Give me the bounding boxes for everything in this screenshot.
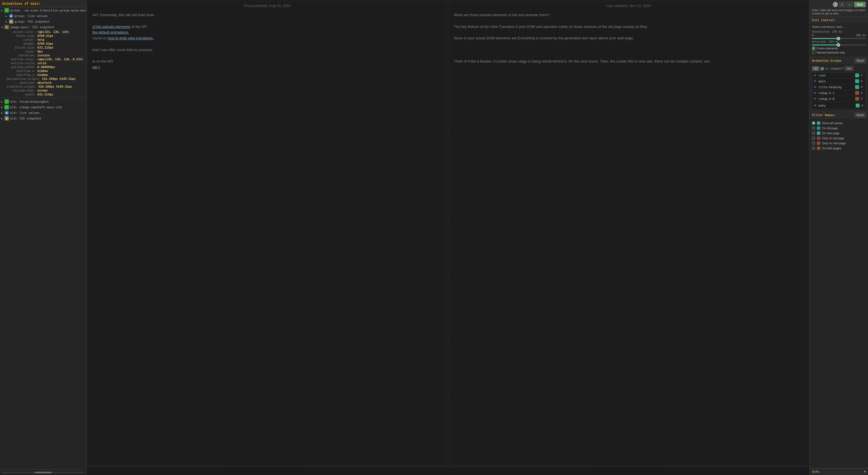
list-item[interactable]: 👁 vtbag-h-0 👁 [812, 96, 866, 102]
selected-label: Selected: 244 ms [812, 40, 839, 43]
frame-elements-row[interactable]: ✓ Frame elements [812, 46, 866, 50]
prop-overflow-y: overflow-y: hidden [0, 73, 86, 77]
prop-height: height: 8298.61px [0, 41, 86, 45]
radio-show-all[interactable] [812, 121, 815, 125]
list-item[interactable]: 👁 bsky ▼ [812, 102, 866, 109]
animation-groups-header: Animation Groups Reset [810, 57, 868, 64]
info-section: Info ▼ [810, 468, 868, 475]
selected-slider[interactable] [812, 44, 866, 45]
full-control-section: Full Control: Select animations, then … … [810, 17, 868, 57]
tag-new[interactable]: new [844, 66, 854, 71]
named-elements-row[interactable]: Named elements only [812, 51, 866, 54]
list-item[interactable]: 👁 root 👁 [812, 72, 866, 78]
prop-inset: inset: 0px [0, 50, 86, 53]
prop-perspective-origin: perspective-origin: 316.104px 4149.31px [0, 77, 86, 81]
tree-item-old-fwd[interactable]: ▶ ✓ old: forwardsSwingOut [0, 99, 86, 104]
slider-thumb[interactable] [837, 43, 840, 46]
list-item[interactable]: 👁 vtbag-h-1 👁 [812, 90, 866, 96]
dot-icon: ● [9, 14, 13, 18]
swatch-show-all [817, 121, 820, 125]
filter-show-all[interactable]: Show all names [812, 121, 866, 126]
right-panel: 3 ✕ — Exit tions, hide old and new image… [809, 0, 868, 475]
filter-on-old[interactable]: On old page [812, 126, 866, 131]
slider-track [812, 44, 866, 45]
filter-on-new[interactable]: On new page [812, 131, 866, 136]
close-row: 3 ✕ — Exit [812, 2, 866, 7]
radio-on-both[interactable] [812, 147, 815, 150]
green-icon [855, 85, 859, 89]
new-page-content: What are those pseudo-elements of the an… [450, 10, 808, 67]
scrollbar-thumb[interactable] [35, 472, 51, 473]
prop-cursor: cursor: help [0, 38, 86, 41]
frame-elements-label: Frame elements [817, 46, 838, 50]
bottom-bar: · · · [87, 467, 809, 475]
tag-old[interactable]: old [812, 66, 819, 71]
list-item[interactable]: 👁 main 👁 [812, 78, 866, 84]
filter-only-new[interactable]: Only on new page [812, 141, 866, 146]
list-item[interactable]: 👁 title-heading 👁 [812, 84, 866, 90]
tree-item-image-pair[interactable]: ▼ ⊞ image-pair: CSS snapshot [0, 24, 86, 30]
tree-item-old-vtbag[interactable]: ▶ ✓ old: vtbag-camshaft-main-old [0, 104, 86, 110]
close-x-button[interactable]: ✕ [839, 2, 845, 7]
scrollbar-track[interactable] [1, 472, 85, 473]
full-control-title: Full Control: [812, 19, 836, 22]
eye-icon-right: 👁 [860, 80, 864, 83]
range-min: 0 [812, 34, 813, 37]
notification-button[interactable]: 3 [833, 2, 838, 7]
tree-item-group-live[interactable]: ▶ ● group: live values [0, 13, 86, 19]
scroll-down-arrow[interactable]: ▼ [861, 103, 864, 108]
info-header[interactable]: Info ▼ [810, 469, 868, 475]
grid-icon: ▦ [9, 19, 13, 24]
new-page-meta: Last updated: Nov 12, 2024 [450, 1, 808, 10]
expand-arrow: ▼ [1, 26, 4, 29]
eye-icon: 👁 [813, 97, 817, 101]
eye-icon-right: 👁 [860, 74, 864, 77]
named-elements-checkbox[interactable] [812, 51, 815, 54]
left-scrollbar[interactable] [0, 469, 86, 475]
unselected-slider[interactable] [812, 38, 866, 39]
tree-content[interactable]: ▶ ✓ group: -ua-view-transition-group-ani… [0, 7, 86, 469]
expand-arrow: ▶ [1, 9, 4, 12]
eye-icon-right: 👁 [860, 97, 864, 101]
filter-names-reset[interactable]: Reset [855, 113, 866, 118]
radio-on-old[interactable] [812, 126, 815, 130]
prop-outline-style: outline-style: solid [0, 61, 86, 65]
eye-icon-right: 👁 [860, 91, 864, 95]
prop-overflow-x: overflow-x: hidden [0, 69, 86, 73]
tree-item-group-ua[interactable]: ▶ ✓ group: -ua-view-transition-group-ani… [0, 7, 86, 13]
filter-only-old[interactable]: Only on old page [812, 136, 866, 141]
filter-on-old-label: On old page [822, 126, 838, 130]
striped-icon [855, 91, 859, 95]
tree-label: image-pair: CSS snapshot [10, 25, 55, 29]
filter-show-all-label: Show all names [822, 121, 843, 125]
exit-button[interactable]: Exit [854, 2, 866, 7]
filter-only-old-label: Only on old page [822, 136, 844, 140]
tree-label: old: live values [10, 111, 40, 115]
selected-time-row: Selected: 244 ms [812, 40, 866, 43]
eye-icon: 👁 [813, 86, 817, 89]
tree-item-group-css[interactable]: ▶ ▦ group: CSS snapshot [0, 19, 86, 24]
radio-only-new[interactable] [812, 141, 815, 145]
expand-arrow: ▶ [1, 106, 4, 109]
grid-icon: ▦ [4, 116, 9, 121]
in-viewport-check[interactable]: ✓ in viewport [820, 67, 843, 70]
eye-icon-right: 👁 [860, 86, 864, 89]
expand-arrow: ▶ [1, 100, 4, 103]
anim-name: vtbag-h-0 [818, 97, 854, 100]
filter-on-new-label: On new page [822, 131, 839, 135]
swatch-on-old [817, 126, 820, 130]
frame-elements-checkbox[interactable]: ✓ [812, 46, 815, 50]
in-viewport-checkbox[interactable]: ✓ [820, 67, 824, 70]
old-page-col: First published: Aug 20, 2024 API. Event… [88, 1, 447, 466]
animation-groups-reset[interactable]: Reset [855, 58, 866, 63]
tree-label: group: -ua-view-transition-group-anim-ma… [10, 9, 86, 12]
slider-thumb[interactable] [837, 37, 840, 40]
filter-on-both[interactable]: On both pages [812, 146, 866, 151]
tree-label: old: forwardsSwingOut [10, 100, 49, 103]
minimize-button[interactable]: — [846, 2, 853, 7]
radio-only-old[interactable] [812, 136, 815, 140]
expand-arrow: ▶ [6, 14, 9, 18]
tree-item-old-live[interactable]: ▶ ● old: live values [0, 110, 86, 116]
tree-item-old-css[interactable]: ▶ ▦ old: CSS snapshot [0, 116, 86, 121]
radio-on-new[interactable] [812, 131, 815, 135]
